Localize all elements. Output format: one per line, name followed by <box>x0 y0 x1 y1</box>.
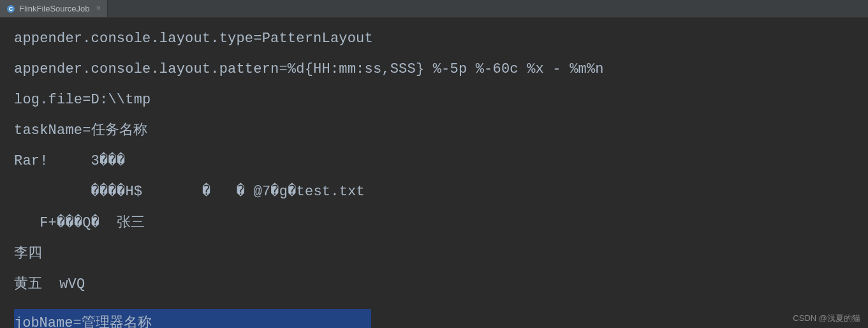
code-line: appender.console.layout.pattern=%d{HH:mm… <box>14 59 854 80</box>
code-line: appender.console.layout.type=PatternLayo… <box>14 28 854 50</box>
java-class-icon: C <box>6 4 15 13</box>
tab-label: FlinkFileSourceJob <box>19 4 90 13</box>
code-line: taskName=任务名称 <box>14 120 854 142</box>
code-line: log.file=D:\\tmp <box>14 89 854 111</box>
svg-text:C: C <box>9 6 13 12</box>
code-line: F+���Q� 张三 <box>14 212 854 234</box>
code-line: Rar! 3��� <box>14 151 854 172</box>
editor-area[interactable]: appender.console.layout.type=PatternLayo… <box>0 18 868 328</box>
code-line: jobName=管理器名称 <box>14 313 152 328</box>
close-icon[interactable]: × <box>96 4 101 13</box>
watermark: CSDN @浅夏的猫 <box>793 313 860 324</box>
code-line: ����H$ � � @7�g�test.txt <box>14 181 854 203</box>
tab-flink-file-source-job[interactable]: C FlinkFileSourceJob × <box>0 0 108 17</box>
code-line: 黄五 wVQ <box>14 274 854 295</box>
tab-bar: C FlinkFileSourceJob × <box>0 0 868 18</box>
code-line: 李四 <box>14 243 854 265</box>
